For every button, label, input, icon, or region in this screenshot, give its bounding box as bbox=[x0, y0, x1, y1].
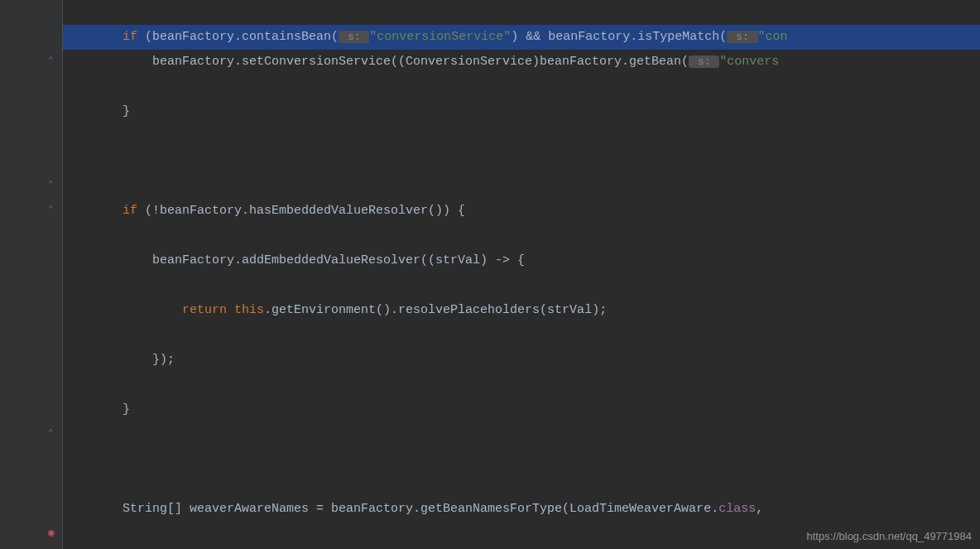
editor-gutter[interactable]: ⌃ ⌃ ⌃ ⌃ ◉ bbox=[0, 0, 63, 549]
param-hint: s: bbox=[339, 31, 369, 43]
watermark-text: https://blog.csdn.net/qq_49771984 bbox=[807, 530, 973, 542]
code-line[interactable]: } bbox=[63, 397, 980, 422]
code-line[interactable]: if (!beanFactory.hasEmbeddedValueResolve… bbox=[63, 199, 980, 224]
param-hint: s: bbox=[727, 31, 757, 43]
fold-up-icon[interactable]: ⌃ bbox=[48, 179, 54, 190]
code-text: beanFactory.setConversionService((Conver… bbox=[63, 55, 689, 69]
fold-up-icon[interactable]: ⌃ bbox=[48, 55, 54, 65]
code-text: .getEnvironment().resolvePlaceholders(st… bbox=[264, 303, 607, 317]
code-line[interactable]: beanFactory.addEmbeddedValueResolver((st… bbox=[63, 248, 980, 273]
code-line[interactable]: return this.getEnvironment().resolvePlac… bbox=[63, 298, 980, 323]
keyword: if bbox=[122, 204, 137, 218]
code-line[interactable]: beanFactory.setConversionService((Conver… bbox=[63, 50, 980, 75]
code-text: (beanFactory.containsBean( bbox=[137, 30, 339, 44]
keyword: if bbox=[122, 30, 137, 44]
code-line[interactable]: }); bbox=[63, 348, 980, 373]
code-text: } bbox=[63, 104, 130, 118]
field-ref: class bbox=[718, 502, 756, 516]
code-line-highlighted[interactable]: if (beanFactory.containsBean( s: "conver… bbox=[63, 25, 980, 50]
code-line[interactable] bbox=[63, 149, 980, 174]
code-text: String[] weaverAwareNames = beanFactory.… bbox=[63, 502, 718, 516]
code-text: } bbox=[63, 402, 130, 417]
string-literal: "convers bbox=[719, 55, 779, 69]
code-line[interactable]: String[] weaverAwareNames = beanFactory.… bbox=[63, 497, 980, 522]
code-text: , bbox=[756, 502, 763, 516]
code-text: }); bbox=[63, 353, 175, 367]
string-literal: "conversionService" bbox=[369, 30, 511, 44]
keyword: this bbox=[227, 303, 264, 317]
fold-up-icon[interactable]: ⌃ bbox=[48, 427, 54, 438]
code-text: (!beanFactory.hasEmbeddedValueResolver()… bbox=[137, 204, 465, 218]
string-literal: "con bbox=[758, 30, 788, 44]
fold-up-icon[interactable]: ⌃ bbox=[48, 204, 54, 214]
code-line[interactable] bbox=[63, 447, 980, 472]
breakpoint-icon[interactable]: ◉ bbox=[48, 526, 55, 539]
code-text: beanFactory.addEmbeddedValueResolver((st… bbox=[63, 253, 525, 267]
code-text: ) && beanFactory.isTypeMatch( bbox=[511, 30, 727, 44]
code-editor[interactable]: if (beanFactory.containsBean( s: "conver… bbox=[63, 0, 980, 549]
param-hint: s: bbox=[689, 55, 719, 68]
code-line[interactable]: } bbox=[63, 99, 980, 124]
keyword: return bbox=[182, 303, 227, 317]
